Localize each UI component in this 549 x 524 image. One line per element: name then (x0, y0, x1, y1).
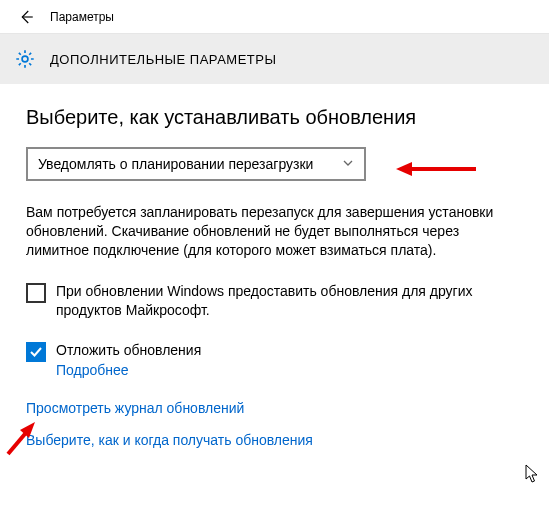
svg-point-0 (22, 56, 28, 62)
delivery-optimization-link[interactable]: Выберите, как и когда получать обновлени… (26, 432, 523, 448)
page-header: ДОПОЛНИТЕЛЬНЫЕ ПАРАМЕТРЫ (0, 34, 549, 84)
update-history-link[interactable]: Просмотреть журнал обновлений (26, 400, 523, 416)
titlebar: Параметры (0, 0, 549, 34)
dropdown-selected-label: Уведомлять о планировании перезагрузки (38, 156, 313, 172)
annotation-arrow-2 (2, 418, 42, 458)
window-title: Параметры (50, 10, 114, 24)
svg-marker-2 (396, 162, 412, 176)
defer-checkbox-row: Отложить обновления Подробнее (26, 341, 523, 378)
install-mode-dropdown[interactable]: Уведомлять о планировании перезагрузки (26, 147, 366, 181)
chevron-down-icon (342, 157, 354, 171)
page-title: ДОПОЛНИТЕЛЬНЫЕ ПАРАМЕТРЫ (50, 52, 276, 67)
arrow-left-icon (17, 8, 35, 26)
ms-products-checkbox-row: При обновлении Windows предоставить обно… (26, 282, 523, 320)
gear-icon (14, 48, 36, 70)
ms-products-label: При обновлении Windows предоставить обно… (56, 282, 516, 320)
back-button[interactable] (8, 0, 44, 34)
content-area: Выберите, как устанавливать обновления У… (0, 84, 549, 484)
defer-learn-more-link[interactable]: Подробнее (56, 362, 201, 378)
dropdown-row: Уведомлять о планировании перезагрузки (26, 147, 523, 181)
defer-updates-label: Отложить обновления (56, 341, 201, 360)
install-description: Вам потребуется запланировать перезапуск… (26, 203, 516, 260)
section-heading: Выберите, как устанавливать обновления (26, 106, 523, 129)
annotation-arrow-1 (396, 161, 476, 177)
defer-updates-checkbox[interactable] (26, 342, 46, 362)
ms-products-checkbox[interactable] (26, 283, 46, 303)
